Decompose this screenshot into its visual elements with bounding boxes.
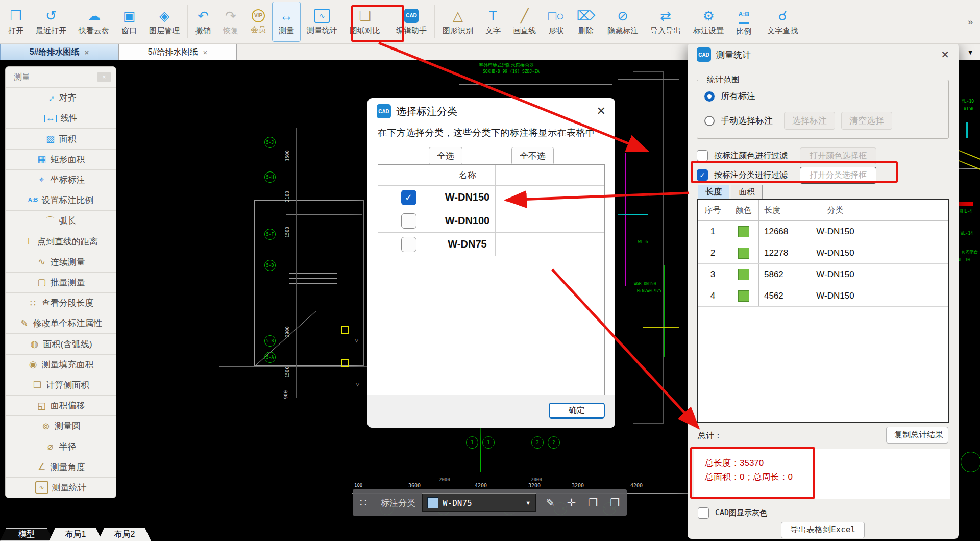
- measure-tool-item[interactable]: ⌖ 坐标标注: [6, 169, 116, 190]
- axis-bubble: 5-H: [264, 171, 276, 183]
- toolbar-button[interactable]: ↔ 测量: [272, 2, 301, 42]
- toolbar-button[interactable]: ↺ 最近打开: [30, 0, 72, 43]
- document-tab[interactable]: 5#给排水图纸 ×: [118, 44, 237, 60]
- measure-tool-item[interactable]: ◍ 面积(含弧线): [6, 333, 116, 354]
- measure-tool-item[interactable]: A:B 设置标注比例: [6, 190, 116, 210]
- open-selector-button[interactable]: 打开颜色选择框: [800, 147, 876, 164]
- grid-icon[interactable]: ∷: [360, 496, 367, 509]
- toolbar-button[interactable]: A:B 比例: [730, 0, 757, 43]
- tab-close-icon[interactable]: ×: [85, 48, 89, 57]
- paste-icon[interactable]: ❒: [610, 497, 620, 509]
- copy-icon[interactable]: ❐: [588, 497, 598, 509]
- radio-unselected-icon[interactable]: [704, 116, 715, 126]
- toolbar-button-label: 会员: [251, 25, 266, 35]
- cad-label: XHL-4: [960, 209, 972, 214]
- tab-close-icon[interactable]: ×: [203, 48, 208, 57]
- category-checkbox[interactable]: [401, 237, 416, 252]
- toolbar-button[interactable]: ▣ 窗口: [115, 0, 143, 43]
- measure-tool-item[interactable]: ∠ 测量角度: [6, 457, 116, 477]
- measure-tool-item[interactable]: ⊥ 点到直线的距离: [6, 231, 116, 251]
- edit-annotation-icon[interactable]: ✎: [546, 497, 555, 509]
- chevron-down-icon[interactable]: ▼: [525, 500, 531, 506]
- toolbar-overflow-icon[interactable]: »: [963, 17, 978, 28]
- toolbar-button[interactable]: CAD 编辑助手: [390, 0, 433, 43]
- document-tab[interactable]: 5#给排水图纸 ×: [0, 44, 118, 60]
- stats-table-row[interactable]: 2 12278 W-DN150: [698, 242, 948, 264]
- select-none-button[interactable]: 全不选: [511, 147, 554, 165]
- toolbar-button-label: 隐藏标注: [607, 26, 638, 36]
- toolbar-button[interactable]: T 文字: [479, 0, 507, 43]
- filter-checkbox[interactable]: [697, 150, 708, 161]
- header-length: 长度: [759, 200, 810, 220]
- stats-table-row[interactable]: 4 4562 W-DN150: [698, 285, 948, 307]
- measure-tool-item[interactable]: ↔ 线性: [6, 108, 116, 128]
- toolbar-button[interactable]: ⇄ 导入导出: [644, 0, 687, 43]
- copy-totals-button[interactable]: 复制总计结果: [886, 427, 948, 444]
- select-all-button[interactable]: 全选: [429, 147, 462, 165]
- measure-tool-item[interactable]: ∿ 测量统计: [6, 477, 116, 498]
- cad-gray-option[interactable]: CAD图显示灰色: [698, 507, 767, 519]
- category-checkbox[interactable]: ✓: [401, 190, 416, 205]
- toolbar-button[interactable]: VIP 会员: [244, 0, 272, 43]
- stats-table-row[interactable]: 3 5862 W-DN150: [698, 264, 948, 285]
- measure-tool-item[interactable]: ▦ 矩形面积: [6, 149, 116, 169]
- export-excel-button[interactable]: 导出表格到Excel: [781, 522, 865, 538]
- filter-checkbox[interactable]: ✓: [697, 169, 708, 181]
- toolbar-button[interactable]: △ 图形识别: [436, 0, 479, 43]
- clear-selection-button[interactable]: 清空选择: [841, 112, 892, 130]
- move-icon[interactable]: ✛: [567, 497, 576, 509]
- toolbar-button[interactable]: ⊘ 隐藏标注: [601, 0, 644, 43]
- toolbar-button[interactable]: ☁ 快看云盘: [72, 0, 115, 43]
- measure-tool-item[interactable]: ✎ 修改单个标注属性: [6, 313, 116, 333]
- measure-tool-item[interactable]: ∿ 连续测量: [6, 252, 116, 272]
- toolbar-button[interactable]: ⌦ 删除: [570, 0, 601, 43]
- scope-manual-option[interactable]: 手动选择标注 选择标注 清空选择: [704, 112, 892, 130]
- dialog-close-icon[interactable]: ✕: [597, 105, 606, 118]
- class-dropdown[interactable]: W-DN75 ▼: [422, 494, 536, 512]
- layout-tab[interactable]: 模型: [0, 528, 53, 541]
- app-window: 1003600420032003200420020002000150021001…: [0, 0, 980, 541]
- stats-tab[interactable]: 长度: [698, 185, 729, 200]
- ok-button[interactable]: 确定: [549, 403, 605, 419]
- toolbar-button[interactable]: □○ 形状: [542, 0, 570, 43]
- open-selector-button[interactable]: 打开分类选择框: [800, 167, 876, 184]
- scope-all-option[interactable]: 所有标注: [704, 90, 755, 102]
- toolbar-button[interactable]: ◈ 图层管理: [143, 0, 186, 43]
- measure-tool-item[interactable]: ↔ 对齐: [6, 87, 116, 108]
- measure-tool-item[interactable]: ⊚ 测量圆: [6, 415, 116, 436]
- measure-tool-item[interactable]: ▨ 面积: [6, 128, 116, 149]
- stats-panel-close-icon[interactable]: ✕: [941, 48, 949, 61]
- layout-tab[interactable]: 布局1: [49, 528, 102, 541]
- measure-tool-icon: ⊥: [23, 236, 34, 247]
- toolbar-button[interactable]: ⚙ 标注设置: [687, 0, 730, 43]
- category-row[interactable]: ✓ W-DN150: [378, 185, 604, 209]
- layout-tab[interactable]: 布局2: [98, 528, 151, 541]
- toolbar-button[interactable]: ↷ 恢复: [217, 0, 244, 43]
- toolbar-button[interactable]: ❏ 图纸对比: [344, 0, 386, 43]
- scope-all-label: 所有标注: [721, 90, 755, 102]
- stats-table-row[interactable]: 1 12668 W-DN150: [698, 221, 948, 242]
- measure-tool-item[interactable]: ⌒ 弧长: [6, 210, 116, 231]
- measure-tool-item[interactable]: ▢ 批量测量: [6, 272, 116, 292]
- toolbar-button[interactable]: ☌ 文字查找: [761, 0, 804, 43]
- measure-tool-item[interactable]: ∷ 查看分段长度: [6, 292, 116, 313]
- cad-line: [470, 77, 551, 77]
- measure-tool-item[interactable]: ⌀ 半径: [6, 436, 116, 456]
- toolbar-button[interactable]: ↶ 撤销: [189, 0, 217, 43]
- cad-gray-checkbox[interactable]: [698, 507, 709, 519]
- radio-selected-icon[interactable]: [704, 91, 715, 102]
- toolbar-icon: △: [453, 8, 463, 23]
- measure-panel-close-icon[interactable]: ×: [97, 72, 111, 82]
- select-annotations-button[interactable]: 选择标注: [784, 112, 835, 130]
- toolbar-button[interactable]: ❒ 打开: [2, 0, 30, 43]
- category-row[interactable]: W-DN100: [378, 209, 604, 232]
- toolbar-button[interactable]: ╱ 画直线: [507, 0, 542, 43]
- category-row[interactable]: W-DN75: [378, 232, 604, 256]
- stats-tab[interactable]: 面积: [731, 185, 763, 200]
- toolbar-button[interactable]: ∿ 测量统计: [301, 0, 344, 43]
- tab-list-menu-icon[interactable]: ▼: [961, 44, 980, 60]
- measure-tool-item[interactable]: ◱ 面积偏移: [6, 395, 116, 415]
- measure-tool-item[interactable]: ◉ 测量填充面积: [6, 354, 116, 375]
- measure-tool-item[interactable]: ❑ 计算侧面积: [6, 375, 116, 395]
- category-checkbox[interactable]: [401, 213, 416, 229]
